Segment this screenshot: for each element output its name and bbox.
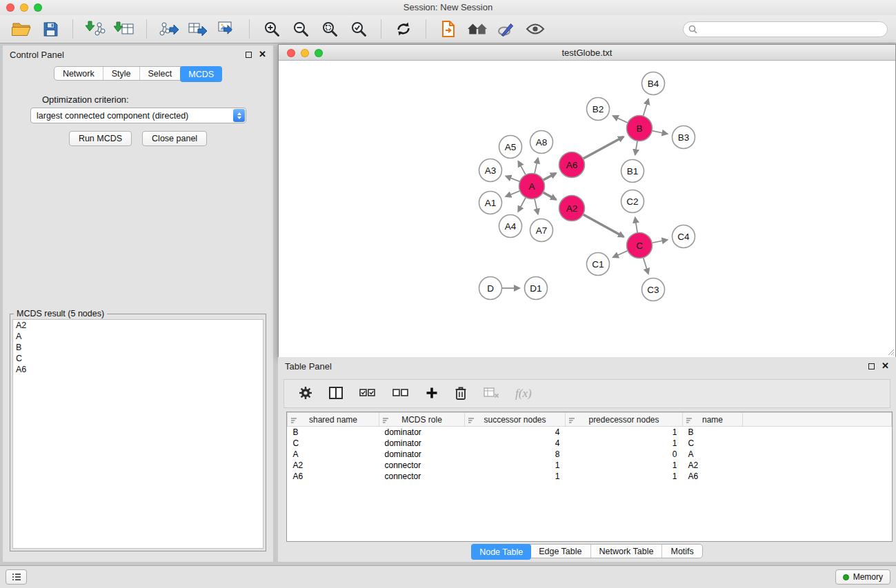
export-table-button[interactable]	[185, 17, 211, 41]
browser-button[interactable]	[435, 17, 461, 41]
edge-A-A1[interactable]	[506, 191, 519, 196]
node-D[interactable]: D	[479, 277, 502, 300]
table-cell[interactable]: dominator	[379, 449, 465, 460]
mcds-result-item[interactable]: A	[13, 331, 263, 342]
edge-B-B2[interactable]	[613, 116, 628, 123]
mcds-result-item[interactable]: C	[13, 353, 263, 364]
minimize-window-button[interactable]	[20, 3, 28, 12]
table-cell[interactable]: A	[288, 449, 379, 460]
table-cell[interactable]: A	[683, 449, 743, 460]
tab-motifs[interactable]: Motifs	[662, 545, 701, 558]
table-row[interactable]: A2connector11A2	[288, 460, 892, 471]
network-canvas[interactable]: B4B2BB3A5A8A6B1A3AC2A1A2A4A7C4CC1C3DD1	[279, 61, 895, 357]
edge-B-B1[interactable]	[635, 141, 637, 155]
table-cell[interactable]: 1	[465, 471, 566, 482]
table-cell[interactable]: 4	[465, 438, 566, 449]
delete-table-button[interactable]	[483, 387, 500, 401]
close-window-button[interactable]	[6, 3, 14, 12]
panel-toggle-button[interactable]	[6, 569, 27, 585]
node-C1[interactable]: C1	[587, 253, 610, 276]
search-input[interactable]	[683, 21, 888, 37]
node-C4[interactable]: C4	[673, 225, 695, 248]
edge-B-B4[interactable]	[644, 99, 648, 116]
zoom-in-button[interactable]	[259, 17, 285, 41]
node-C2[interactable]: C2	[621, 190, 644, 213]
column-header-successor-nodes[interactable]: successor nodes	[465, 413, 566, 427]
float-table-panel-icon[interactable]	[868, 363, 875, 369]
edge-C-C2[interactable]	[635, 218, 637, 233]
home-button[interactable]	[464, 17, 490, 41]
column-header-MCDS-role[interactable]: MCDS role	[379, 413, 465, 427]
node-B4[interactable]: B4	[642, 72, 665, 95]
edge-A6-B[interactable]	[584, 136, 624, 159]
table-cell[interactable]: A6	[683, 471, 743, 482]
node-A[interactable]: A	[519, 174, 545, 199]
node-A5[interactable]: A5	[499, 136, 522, 159]
mcds-result-list[interactable]: A2ABCA6	[12, 319, 263, 549]
network-window-titlebar[interactable]: testGlobe.txt	[279, 45, 895, 61]
select-all-rows-button[interactable]	[359, 387, 377, 401]
table-row[interactable]: Adominator80A	[288, 449, 892, 460]
add-column-button[interactable]	[425, 386, 439, 402]
node-B[interactable]: B	[627, 116, 653, 141]
close-table-panel-icon[interactable]: ✕	[882, 363, 889, 369]
zoom-window-button[interactable]	[34, 3, 42, 12]
node-A3[interactable]: A3	[479, 159, 502, 182]
tab-select[interactable]: Select	[140, 67, 181, 80]
edge-A-A4[interactable]	[518, 198, 526, 212]
column-header-shared-name[interactable]: shared name	[288, 413, 379, 427]
node-B2[interactable]: B2	[587, 98, 610, 121]
tab-mcds[interactable]: MCDS	[180, 66, 222, 82]
table-cell[interactable]: C	[683, 438, 743, 449]
delete-column-button[interactable]	[454, 385, 468, 403]
node-A1[interactable]: A1	[479, 192, 502, 214]
table-cell[interactable]: 4	[465, 427, 566, 438]
table-cell[interactable]: 1	[465, 460, 566, 471]
float-panel-icon[interactable]	[246, 52, 252, 58]
open-session-button[interactable]	[8, 17, 34, 41]
table-cell[interactable]: A2	[683, 460, 743, 471]
table-cell[interactable]: 1	[566, 460, 683, 471]
edge-A-A8[interactable]	[535, 158, 538, 173]
edge-B-B3[interactable]	[653, 131, 668, 134]
table-row[interactable]: A6connector11A6	[288, 471, 892, 482]
mcds-result-item[interactable]: A6	[13, 364, 263, 375]
resize-grip-icon[interactable]	[886, 347, 895, 356]
optimization-criterion-dropdown[interactable]: largest connected component (directed)	[30, 108, 246, 123]
zoom-out-button[interactable]	[288, 17, 314, 41]
tab-style[interactable]: Style	[103, 67, 140, 80]
export-image-button[interactable]	[214, 17, 240, 41]
edge-C-C4[interactable]	[653, 240, 668, 243]
edge-C-C1[interactable]	[613, 251, 628, 257]
style-brush-button[interactable]	[493, 17, 519, 41]
table-cell[interactable]: A2	[288, 460, 379, 471]
table-row[interactable]: Bdominator41B	[288, 427, 892, 438]
table-options-button[interactable]	[298, 385, 313, 403]
zoom-fit-button[interactable]	[317, 17, 343, 41]
function-builder-button[interactable]: f(x)	[515, 387, 532, 401]
edge-A-A3[interactable]	[506, 176, 519, 182]
node-A7[interactable]: A7	[530, 219, 553, 242]
node-C3[interactable]: C3	[642, 278, 665, 301]
show-hide-button[interactable]	[522, 17, 548, 41]
table-cell[interactable]: 8	[465, 449, 566, 460]
table-cell[interactable]: 1	[566, 438, 683, 449]
minimize-network-window-button[interactable]	[301, 49, 309, 57]
edge-A-A2[interactable]	[544, 192, 557, 199]
mcds-result-item[interactable]: A2	[13, 320, 263, 331]
table-row[interactable]: Cdominator41C	[288, 438, 892, 449]
node-B3[interactable]: B3	[673, 126, 695, 149]
column-header-name[interactable]: name	[683, 413, 743, 427]
table-cell[interactable]: 1	[566, 471, 683, 482]
zoom-selected-button[interactable]	[346, 17, 372, 41]
export-network-button[interactable]	[156, 17, 182, 41]
table-cell[interactable]: connector	[379, 460, 465, 471]
close-panel-icon[interactable]: ✕	[259, 51, 266, 58]
deselect-all-rows-button[interactable]	[392, 387, 410, 401]
edge-A-A5[interactable]	[518, 161, 525, 174]
zoom-network-window-button[interactable]	[315, 49, 323, 57]
table-cell[interactable]: 1	[566, 427, 683, 438]
table-cell[interactable]: dominator	[379, 427, 465, 438]
node-D1[interactable]: D1	[525, 277, 548, 300]
memory-button[interactable]: Memory	[835, 569, 890, 585]
